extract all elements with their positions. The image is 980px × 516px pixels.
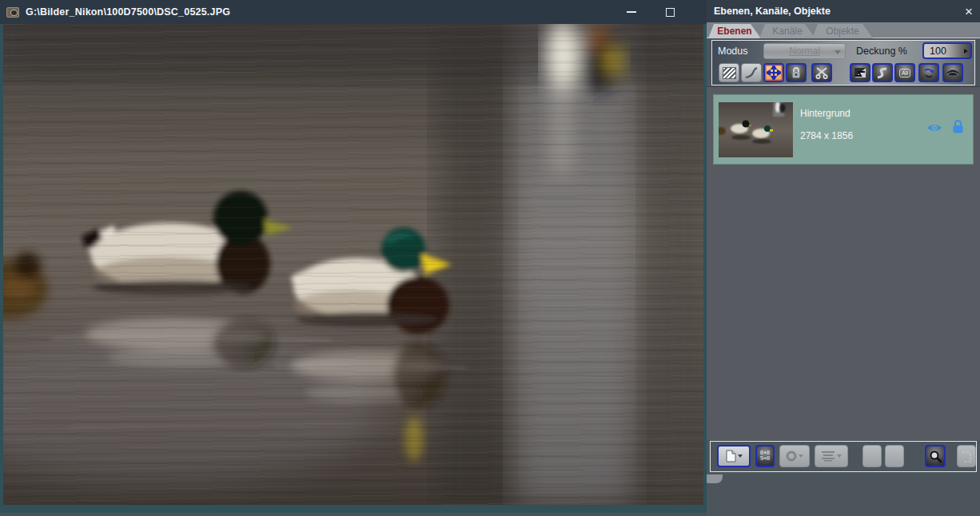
tab-kanaele[interactable]: Kanäle (759, 24, 815, 38)
ducks-photo (3, 24, 703, 505)
magnify-layer-button[interactable] (925, 445, 946, 467)
half-dark-square-icon (854, 67, 866, 78)
minimize-button[interactable] (614, 0, 649, 24)
hatch-pattern-button[interactable] (719, 63, 739, 82)
magnifying-glass-icon (929, 450, 942, 463)
curve-icon (744, 66, 759, 79)
layer-dimensions: 2784 x 1856 (800, 130, 853, 141)
layers-panel: Ebenen, Kanäle, Objekte × Ebenen Kanäle … (707, 0, 980, 516)
image-window-titlebar[interactable]: G:\Bilder_Nikon\100D7500\DSC_0525.JPG (0, 0, 707, 24)
calculation-icon: 8+89=0 (760, 451, 771, 462)
opacity-value: 100 (930, 46, 946, 57)
document-camera-icon (6, 7, 19, 18)
eye-icon (946, 68, 960, 78)
move-layer-up-button[interactable] (862, 445, 882, 467)
dropdown-arrow-icon (799, 454, 803, 458)
dropdown-arrow-icon (837, 454, 842, 458)
panel-title: Ebenen, Kanäle, Objekte (714, 6, 831, 17)
spinner-arrow-icon (964, 49, 968, 54)
modus-dropdown[interactable]: Normal (763, 43, 846, 59)
close-icon[interactable]: × (965, 5, 973, 18)
image-window-title: G:\Bilder_Nikon\100D7500\DSC_0525.JPG (26, 6, 230, 18)
opacity-input[interactable]: 100 (922, 42, 972, 59)
layer-list[interactable]: Hintergrund 2784 x 1856 (707, 86, 980, 440)
chevron-down-icon (835, 50, 841, 54)
layer-controls-group: Modus Normal Deckung % 100 (711, 40, 975, 85)
move-layer-down-button[interactable] (885, 445, 904, 467)
layer-thumbnail-image (719, 102, 793, 157)
group-curve-button[interactable] (872, 63, 893, 82)
layer-visible-eye-icon[interactable] (926, 121, 942, 134)
maximize-icon (666, 8, 675, 17)
move-tool-button[interactable] (763, 63, 784, 82)
curved-arrow-icon (922, 67, 935, 79)
lock-position-button[interactable] (786, 63, 807, 82)
scissors-icon (815, 66, 829, 79)
swap-arrow-button[interactable] (918, 63, 939, 82)
crosshair-arrows-icon (767, 65, 781, 80)
panel-titlebar[interactable]: Ebenen, Kanäle, Objekte × (707, 0, 980, 22)
modus-label: Modus (718, 46, 748, 57)
modus-value: Normal (789, 46, 820, 57)
opacity-label: Deckung % (856, 46, 907, 57)
gradient-mask-button[interactable] (850, 63, 870, 82)
tab-frame-notch (707, 474, 723, 483)
diagonal-stripes-icon (723, 67, 736, 79)
panel-tabstrip: Ebenen Kanäle Objekte (707, 22, 980, 38)
layer-name: Hintergrund (800, 108, 851, 119)
layer-visibility-button[interactable] (942, 63, 963, 82)
new-layer-button[interactable] (717, 445, 751, 467)
image-window: G:\Bilder_Nikon\100D7500\DSC_0525.JPG (0, 0, 707, 513)
layer-calculation-button[interactable]: 8+89=0 (755, 445, 775, 467)
dither-rows-icon (821, 451, 835, 462)
layer-row-hintergrund[interactable]: Hintergrund 2784 x 1856 (713, 94, 974, 165)
adjustment-layer-button[interactable] (815, 445, 848, 467)
mask-circle-icon (786, 451, 797, 462)
dropdown-arrow-icon (738, 454, 743, 458)
delete-layer-button[interactable] (957, 445, 976, 467)
photo-canvas[interactable] (3, 24, 703, 505)
all-badge: All (899, 69, 910, 77)
new-page-icon (726, 450, 736, 462)
delete-page-ghost-icon (961, 450, 972, 463)
maximize-button[interactable] (652, 0, 687, 24)
cut-layer-button[interactable] (811, 63, 832, 82)
layer-lock-icon[interactable] (952, 119, 964, 134)
tab-objekte[interactable]: Objekte (812, 24, 873, 38)
layer-toolbar: 8+89=0 (710, 441, 977, 472)
padlock-icon (791, 66, 802, 79)
apply-all-button[interactable]: All (894, 63, 915, 82)
layer-mask-button[interactable] (779, 445, 810, 467)
minimize-icon (627, 11, 636, 13)
s-curve-icon (876, 67, 889, 79)
layer-thumbnail[interactable] (719, 102, 793, 157)
tonality-curve-button[interactable] (741, 63, 762, 82)
tab-ebenen[interactable]: Ebenen (708, 24, 761, 38)
